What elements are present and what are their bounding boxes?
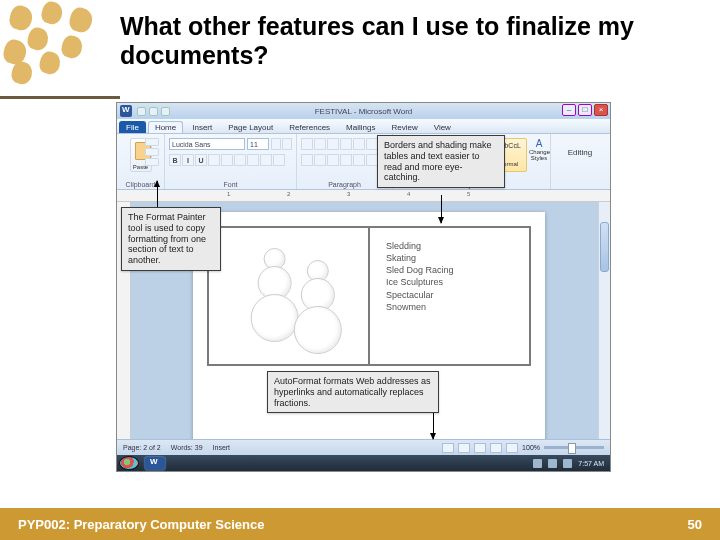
horizontal-ruler[interactable]: 1 2 3 4 5 bbox=[117, 190, 610, 202]
taskbar-word-button[interactable] bbox=[145, 457, 165, 470]
view-print-layout-button[interactable] bbox=[442, 443, 454, 453]
footer-course: PYP002: Preparatory Computer Science bbox=[18, 517, 264, 532]
callout-autoformat-arrow bbox=[433, 411, 434, 439]
status-page[interactable]: Page: 2 of 2 bbox=[123, 444, 161, 451]
font-size-combo[interactable]: 11 bbox=[247, 138, 269, 150]
multilevel-list-button[interactable] bbox=[327, 138, 339, 150]
event-list: Sledding Skating Sled Dog Racing Ice Scu… bbox=[376, 234, 523, 313]
window-title: FESTIVAL - Microsoft Word bbox=[315, 107, 413, 116]
zoom-slider[interactable] bbox=[544, 446, 604, 449]
view-draft-button[interactable] bbox=[506, 443, 518, 453]
tab-page-layout[interactable]: Page Layout bbox=[221, 121, 280, 133]
callout-borders-arrow bbox=[441, 195, 442, 223]
decorative-rule bbox=[0, 96, 120, 99]
view-outline-button[interactable] bbox=[490, 443, 502, 453]
zoom-level[interactable]: 100% bbox=[522, 444, 540, 451]
align-left-button[interactable] bbox=[301, 154, 313, 166]
snowman-graphic bbox=[250, 248, 298, 342]
table-cell-left[interactable] bbox=[207, 226, 369, 366]
tab-mailings[interactable]: Mailings bbox=[339, 121, 382, 133]
document-table[interactable]: Sledding Skating Sled Dog Racing Ice Scu… bbox=[207, 226, 531, 366]
quick-access-toolbar[interactable] bbox=[137, 107, 170, 116]
tray-icon[interactable] bbox=[548, 459, 557, 468]
taskbar-clock[interactable]: 7:57 AM bbox=[578, 460, 604, 467]
change-styles-button[interactable]: AChange Styles bbox=[529, 138, 549, 172]
view-fullscreen-button[interactable] bbox=[458, 443, 470, 453]
cut-button[interactable] bbox=[145, 138, 159, 146]
strike-button[interactable] bbox=[208, 154, 220, 166]
group-font-label: Font bbox=[165, 181, 296, 188]
start-button[interactable] bbox=[119, 456, 139, 470]
tab-insert[interactable]: Insert bbox=[185, 121, 219, 133]
tray-icon[interactable] bbox=[533, 459, 542, 468]
font-name-combo[interactable]: Lucida Sans bbox=[169, 138, 245, 150]
group-editing: Editing bbox=[551, 134, 609, 189]
callout-autoformat: AutoFormat formats Web addresses as hype… bbox=[267, 371, 439, 413]
group-font: Lucida Sans 11 B I U Font bbox=[165, 134, 297, 189]
footer-page-number: 50 bbox=[688, 517, 702, 532]
slide-heading: What other features can I use to finaliz… bbox=[120, 12, 690, 70]
align-right-button[interactable] bbox=[327, 154, 339, 166]
tab-home[interactable]: Home bbox=[148, 121, 183, 133]
word-app-icon bbox=[120, 105, 132, 117]
slide-footer: PYP002: Preparatory Computer Science 50 bbox=[0, 508, 720, 540]
shrink-font-button[interactable] bbox=[282, 138, 292, 150]
superscript-button[interactable] bbox=[234, 154, 246, 166]
word-screenshot: FESTIVAL - Microsoft Word – □ × File Hom… bbox=[116, 102, 611, 472]
subscript-button[interactable] bbox=[221, 154, 233, 166]
bullet-list-button[interactable] bbox=[301, 138, 313, 150]
justify-button[interactable] bbox=[340, 154, 352, 166]
italic-button[interactable]: I bbox=[182, 154, 194, 166]
callout-borders: Borders and shading make tables and text… bbox=[377, 135, 505, 188]
highlight-button[interactable] bbox=[260, 154, 272, 166]
grow-font-button[interactable] bbox=[271, 138, 281, 150]
decrease-indent-button[interactable] bbox=[340, 138, 352, 150]
tab-file[interactable]: File bbox=[119, 121, 146, 133]
vertical-scrollbar[interactable] bbox=[598, 202, 610, 439]
font-color-button[interactable] bbox=[273, 154, 285, 166]
windows-taskbar: 7:57 AM bbox=[117, 455, 610, 471]
maximize-button[interactable]: □ bbox=[578, 104, 592, 116]
callout-format-painter: The Format Painter tool is used to copy … bbox=[121, 207, 221, 271]
text-effects-button[interactable] bbox=[247, 154, 259, 166]
callout-painter-arrow bbox=[157, 181, 158, 207]
tab-review[interactable]: Review bbox=[384, 121, 424, 133]
group-editing-label[interactable]: Editing bbox=[551, 148, 609, 157]
ribbon-tabs: File Home Insert Page Layout References … bbox=[117, 119, 610, 134]
status-mode[interactable]: Insert bbox=[213, 444, 231, 451]
window-titlebar: FESTIVAL - Microsoft Word – □ × bbox=[117, 103, 610, 119]
view-web-button[interactable] bbox=[474, 443, 486, 453]
increase-indent-button[interactable] bbox=[353, 138, 365, 150]
number-list-button[interactable] bbox=[314, 138, 326, 150]
ribbon: Clipboard Lucida Sans 11 B I U Font Para… bbox=[117, 134, 610, 190]
status-bar: Page: 2 of 2 Words: 39 Insert 100% bbox=[117, 439, 610, 455]
close-button[interactable]: × bbox=[594, 104, 608, 116]
snowman-graphic bbox=[293, 260, 341, 354]
tab-view[interactable]: View bbox=[427, 121, 458, 133]
minimize-button[interactable]: – bbox=[562, 104, 576, 116]
status-words[interactable]: Words: 39 bbox=[171, 444, 203, 451]
bold-button[interactable]: B bbox=[169, 154, 181, 166]
underline-button[interactable]: U bbox=[195, 154, 207, 166]
decorative-corner bbox=[0, 0, 130, 100]
copy-button[interactable] bbox=[145, 148, 159, 156]
tab-references[interactable]: References bbox=[282, 121, 337, 133]
align-center-button[interactable] bbox=[314, 154, 326, 166]
table-cell-right[interactable]: Sledding Skating Sled Dog Racing Ice Scu… bbox=[369, 226, 531, 366]
line-spacing-button[interactable] bbox=[353, 154, 365, 166]
tray-icon[interactable] bbox=[563, 459, 572, 468]
format-painter-button[interactable] bbox=[145, 158, 159, 166]
